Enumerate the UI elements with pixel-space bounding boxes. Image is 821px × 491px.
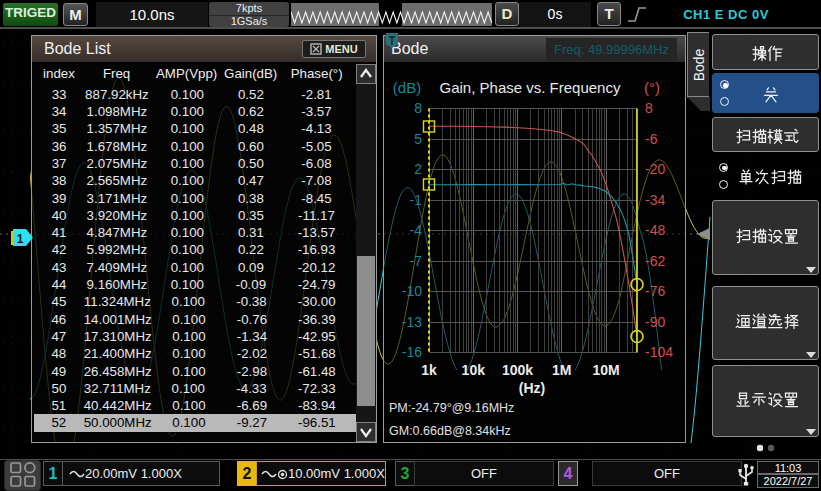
svg-text:-16: -16 xyxy=(402,344,422,360)
svg-text:Gain, Phase vs. Frequency: Gain, Phase vs. Frequency xyxy=(440,79,621,96)
svg-text:-13: -13 xyxy=(402,313,422,329)
svg-text:-4: -4 xyxy=(410,222,423,238)
svg-text:-62: -62 xyxy=(645,252,665,268)
svg-text:1M: 1M xyxy=(552,362,571,378)
svg-text:2: 2 xyxy=(414,161,422,177)
svg-text:10M: 10M xyxy=(592,362,619,378)
svg-text:-10: -10 xyxy=(402,283,422,299)
svg-text:GM:0.66dB@8.34kHz: GM:0.66dB@8.34kHz xyxy=(389,424,511,438)
svg-text:8: 8 xyxy=(645,100,653,116)
svg-text:-6: -6 xyxy=(645,130,658,146)
svg-text:(dB): (dB) xyxy=(393,79,421,96)
svg-text:-20: -20 xyxy=(645,161,665,177)
svg-text:-1: -1 xyxy=(410,191,423,207)
svg-text:-76: -76 xyxy=(645,283,665,299)
svg-text:1k: 1k xyxy=(421,362,437,378)
svg-text:5: 5 xyxy=(414,130,422,146)
svg-text:PM:-24.79°@9.16MHz: PM:-24.79°@9.16MHz xyxy=(389,401,514,415)
svg-text:-90: -90 xyxy=(645,313,665,329)
svg-text:(Hz): (Hz) xyxy=(519,380,545,396)
svg-text:8: 8 xyxy=(414,100,422,116)
svg-text:100k: 100k xyxy=(502,362,533,378)
svg-text:10k: 10k xyxy=(462,362,486,378)
svg-text:1: 1 xyxy=(17,232,24,246)
svg-text:-7: -7 xyxy=(410,252,423,268)
svg-text:-104: -104 xyxy=(645,344,673,360)
svg-text:-48: -48 xyxy=(645,222,665,238)
svg-text:(°): (°) xyxy=(644,79,660,96)
svg-text:-34: -34 xyxy=(645,191,665,207)
